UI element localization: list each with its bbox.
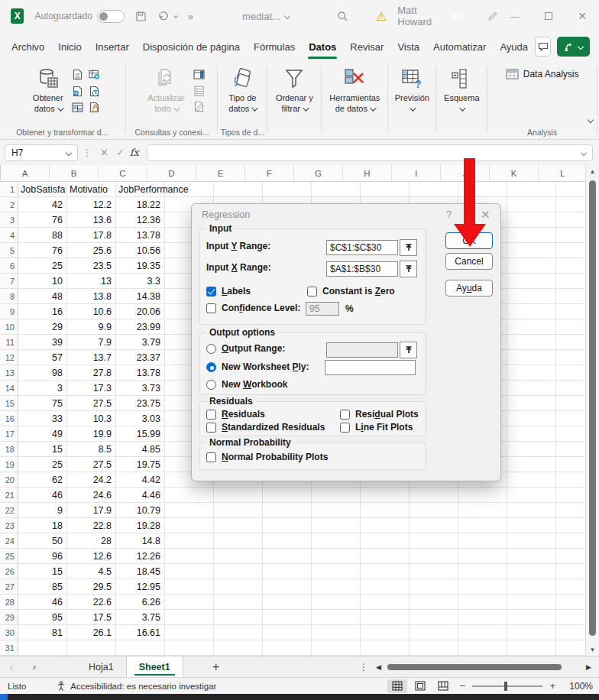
cell[interactable] xyxy=(67,640,116,655)
cell[interactable] xyxy=(312,182,361,196)
cell[interactable] xyxy=(165,533,214,548)
cell[interactable] xyxy=(458,182,507,196)
row-header[interactable]: 20 xyxy=(0,472,18,487)
cell[interactable] xyxy=(507,289,556,303)
row-header[interactable]: 5 xyxy=(0,243,18,258)
tab-datos[interactable]: Datos xyxy=(302,32,343,61)
cell[interactable] xyxy=(507,182,556,196)
cell[interactable]: 50 xyxy=(18,533,67,548)
cell[interactable] xyxy=(458,518,507,533)
column-header[interactable]: E xyxy=(196,165,245,181)
cell[interactable] xyxy=(312,533,361,548)
cell[interactable] xyxy=(507,258,556,273)
row-header[interactable]: 24 xyxy=(0,533,18,548)
cell[interactable]: 25 xyxy=(18,457,67,472)
cell[interactable] xyxy=(361,533,410,548)
cell[interactable] xyxy=(507,365,556,380)
cell[interactable] xyxy=(165,549,214,563)
tab-ayuda[interactable]: Ayuda xyxy=(493,32,535,61)
row-header[interactable]: 22 xyxy=(0,503,18,517)
cell[interactable] xyxy=(507,396,556,410)
cell[interactable] xyxy=(410,625,458,640)
cancel-button[interactable]: Cancel xyxy=(445,253,493,270)
cell[interactable] xyxy=(165,625,214,640)
normal-probability-checkbox[interactable] xyxy=(206,452,216,462)
row-header[interactable]: 14 xyxy=(0,381,18,395)
autosave-control[interactable]: Autoguardado xyxy=(34,10,124,23)
cell[interactable]: 28 xyxy=(67,533,116,548)
row-header[interactable]: 3 xyxy=(0,212,18,227)
cell[interactable] xyxy=(361,488,410,502)
residuals-checkbox[interactable] xyxy=(206,410,216,420)
cell[interactable] xyxy=(556,182,585,196)
normal-view-button[interactable] xyxy=(387,679,407,693)
cell[interactable]: 18 xyxy=(18,518,67,533)
cell[interactable] xyxy=(361,625,410,640)
cell[interactable] xyxy=(165,488,214,502)
cell[interactable]: 17.8 xyxy=(67,228,116,242)
cell[interactable]: 27.5 xyxy=(67,457,116,472)
cell[interactable]: 16 xyxy=(18,304,67,319)
dialog-help-icon[interactable]: ? xyxy=(446,209,452,220)
cell[interactable]: 76 xyxy=(18,212,67,227)
cell[interactable] xyxy=(410,610,458,624)
cell[interactable]: Motivatio xyxy=(67,182,116,196)
cell[interactable]: 3.3 xyxy=(116,274,165,288)
cell[interactable] xyxy=(263,518,312,533)
zoom-slider[interactable] xyxy=(472,685,542,687)
cell[interactable]: 22.6 xyxy=(67,595,116,609)
comments-button[interactable] xyxy=(535,37,551,57)
cell[interactable]: 4.46 xyxy=(116,488,165,502)
cell[interactable] xyxy=(410,549,458,563)
cell[interactable]: 3.73 xyxy=(116,381,165,395)
cell[interactable] xyxy=(214,579,263,594)
scroll-right-icon[interactable]: ▶ xyxy=(583,663,594,671)
cell[interactable]: 20.06 xyxy=(116,304,165,319)
cell[interactable] xyxy=(410,564,458,578)
cell[interactable]: 19.9 xyxy=(67,426,116,441)
refresh-all-button[interactable]: Actualizar todo xyxy=(138,61,193,115)
cell[interactable] xyxy=(263,579,312,594)
cell[interactable] xyxy=(507,212,556,227)
cell[interactable]: 76 xyxy=(18,243,67,258)
confidence-checkbox[interactable] xyxy=(206,303,216,313)
cell[interactable] xyxy=(556,274,585,288)
cell[interactable] xyxy=(214,518,263,533)
cell[interactable]: 39 xyxy=(18,335,67,349)
standardized-residuals-checkbox[interactable] xyxy=(206,423,216,433)
edit-links-icon[interactable] xyxy=(193,101,205,112)
cell[interactable] xyxy=(507,319,556,334)
add-sheet-button[interactable]: + xyxy=(203,656,229,677)
zoom-percentage[interactable]: 100% xyxy=(562,681,593,692)
cell[interactable]: 23.5 xyxy=(67,258,116,273)
row-header[interactable]: 28 xyxy=(0,595,18,609)
tab-disposicion[interactable]: Disposición de página xyxy=(136,32,247,61)
cell[interactable]: 23.99 xyxy=(116,319,165,334)
row-header[interactable]: 9 xyxy=(0,304,18,319)
cell[interactable] xyxy=(507,381,556,395)
cell[interactable] xyxy=(312,518,361,533)
row-header[interactable]: 31 xyxy=(0,640,18,655)
tab-formulas[interactable]: Fórmulas xyxy=(247,32,302,61)
cell[interactable]: 57 xyxy=(18,350,67,365)
tab-automatizar[interactable]: Automatizar xyxy=(426,32,493,61)
cell[interactable] xyxy=(312,564,361,578)
row-header[interactable]: 27 xyxy=(0,579,18,594)
cell[interactable] xyxy=(214,564,263,578)
cell[interactable] xyxy=(165,564,214,578)
input-y-range-field[interactable]: $C$1:$C$30 xyxy=(326,240,398,255)
cell[interactable]: 14.8 xyxy=(116,533,165,548)
cell[interactable]: 88 xyxy=(18,228,67,242)
cell[interactable] xyxy=(312,640,361,655)
sheet-prev-icon[interactable]: ‹ xyxy=(0,656,23,677)
cell[interactable]: 15.99 xyxy=(116,426,165,441)
minimize-button[interactable]: — xyxy=(498,5,532,28)
cell[interactable] xyxy=(507,335,556,349)
cell[interactable]: 25 xyxy=(18,258,67,273)
cell[interactable] xyxy=(361,610,410,624)
cell[interactable]: 8.5 xyxy=(67,442,116,456)
sort-filter-button[interactable]: Ordenar y filtrar xyxy=(269,61,319,115)
line-fit-plots-checkbox[interactable] xyxy=(340,423,350,433)
row-header[interactable]: 25 xyxy=(0,549,18,563)
cell[interactable] xyxy=(507,488,556,502)
